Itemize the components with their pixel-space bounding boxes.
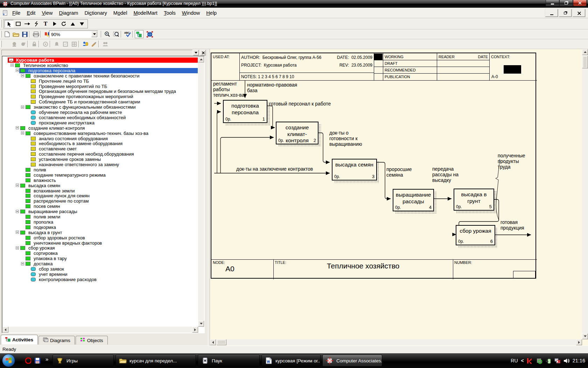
- menu-item-window[interactable]: Window: [179, 9, 203, 17]
- tree-item[interactable]: сортировка: [2, 251, 198, 256]
- toolbar-grip[interactable]: [1, 20, 2, 28]
- tree-expander-minus[interactable]: [16, 184, 19, 187]
- tree-item[interactable]: доставка: [2, 261, 198, 266]
- tree-item[interactable]: создание лунок для семян: [2, 193, 198, 198]
- mdi-minimize-button[interactable]: [545, 9, 558, 17]
- tree-item[interactable]: подготовка персонала: [2, 68, 198, 73]
- language-indicator[interactable]: RU: [511, 358, 518, 363]
- tree-expander-minus[interactable]: [16, 126, 19, 129]
- arrow-label[interactable]: полученные продукты труда: [498, 153, 533, 170]
- close-button[interactable]: [573, 0, 587, 6]
- scroll-thumb[interactable]: [217, 339, 226, 345]
- taskbar-button-3[interactable]: Паук: [198, 355, 260, 367]
- menu-item-file[interactable]: File: [9, 9, 23, 17]
- tree-item[interactable]: сбор заявок: [2, 266, 198, 272]
- tree-item[interactable]: установление сроков замены: [2, 157, 198, 162]
- tree-horizontal-scrollbar[interactable]: [2, 327, 198, 333]
- zoom-in-icon[interactable]: [103, 30, 112, 38]
- tab-objects[interactable]: Objects: [76, 336, 108, 345]
- scroll-down-button[interactable]: [582, 333, 588, 339]
- arrow-tool[interactable]: [23, 20, 32, 28]
- zoom-area-icon[interactable]: [112, 30, 120, 38]
- diagram-horizontal-scrollbar[interactable]: [210, 339, 582, 345]
- scroll-thumb[interactable]: [582, 56, 588, 68]
- text-tool[interactable]: T: [41, 20, 50, 28]
- tree-item[interactable]: Соблюдение ТБ и производственной санитар…: [2, 99, 198, 104]
- menu-item-view[interactable]: View: [38, 9, 56, 17]
- tree-item[interactable]: вспахивание земли: [2, 188, 198, 193]
- tree-expander-minus[interactable]: [21, 131, 24, 135]
- tree-root-item[interactable]: Курсовая работа: [2, 57, 198, 63]
- taskbar-button-2[interactable]: курсач для передел...: [115, 355, 196, 367]
- squiggle-tool[interactable]: [32, 20, 41, 28]
- tree-item[interactable]: посев семян: [2, 204, 198, 209]
- quicklaunch-more-chevron[interactable]: »: [46, 356, 48, 362]
- scroll-down-button[interactable]: [198, 321, 204, 327]
- model-explorer-icon[interactable]: [135, 30, 144, 38]
- tree-expander-minus[interactable]: [21, 105, 24, 109]
- tree-item[interactable]: уничтожение вредных факторов: [2, 240, 198, 246]
- mdi-restore-button[interactable]: [559, 9, 572, 17]
- tray-collapse-chevron[interactable]: <: [521, 358, 524, 363]
- tree-item[interactable]: сбор урожая: [2, 245, 198, 251]
- tree-item[interactable]: высадка семян: [2, 183, 198, 188]
- tree-expander-minus[interactable]: [21, 74, 24, 77]
- new-file-icon[interactable]: [3, 30, 12, 38]
- mdi-close-button[interactable]: [573, 9, 585, 17]
- tree-item[interactable]: учет времени: [2, 272, 198, 277]
- clock[interactable]: 21:16: [573, 358, 585, 363]
- menu-item-help[interactable]: Help: [203, 9, 220, 17]
- tree-item[interactable]: создание температурного режима: [2, 172, 198, 178]
- tree-item[interactable]: составление необходимых обязанностей: [2, 115, 198, 120]
- activity-box-3[interactable]: высадка семян0р.3: [332, 159, 377, 180]
- arrow-label[interactable]: проросшие семяна: [386, 167, 423, 178]
- tree-expander-minus[interactable]: [16, 210, 19, 213]
- spellcheck-icon[interactable]: ABC: [123, 30, 132, 38]
- tree-item[interactable]: совершенствование материально-технич. ба…: [2, 131, 198, 136]
- tree-item[interactable]: Тепличное хозяйство: [2, 63, 198, 68]
- scroll-up-button[interactable]: [582, 49, 588, 55]
- scroll-left-button[interactable]: [210, 339, 216, 345]
- tree-item[interactable]: полив земли: [2, 214, 198, 219]
- print-icon[interactable]: [31, 30, 40, 38]
- menu-item-diagram[interactable]: Diagram: [56, 9, 82, 17]
- tree-item[interactable]: влажность: [2, 178, 198, 183]
- tree-item[interactable]: знакомство с функциональными обязанностя…: [2, 104, 198, 110]
- tree-item[interactable]: составление смет: [2, 146, 198, 151]
- pointer-tool[interactable]: [5, 20, 14, 28]
- taskbar-button-4[interactable]: курсовая [Режим ог...: [261, 355, 321, 367]
- tree-item[interactable]: Прочтение леций по ТБ: [2, 79, 198, 84]
- tree-item[interactable]: Проведение мероприятий по ТБ: [2, 84, 198, 89]
- tree-item[interactable]: прополка: [2, 219, 198, 225]
- taskbar-button-1[interactable]: Игры: [52, 355, 114, 367]
- tree-expander-minus[interactable]: [16, 231, 19, 234]
- tree-item[interactable]: обучение персонала на рабочем месте: [2, 110, 198, 115]
- tree-item[interactable]: контролирование расходов: [2, 277, 198, 282]
- go-down-level-tool[interactable]: [77, 20, 86, 28]
- arrow-label[interactable]: нормативно-правовая база: [247, 82, 308, 94]
- menu-item-dictionary[interactable]: Dictionary: [81, 9, 110, 17]
- tree-item[interactable]: анализ состояния оборудования: [2, 136, 198, 141]
- taskbar-button-5[interactable]: Computer Associates...: [322, 355, 382, 367]
- tab-diagrams[interactable]: Diagrams: [38, 336, 75, 345]
- tree-item[interactable]: полив: [2, 167, 198, 172]
- arrow-label[interactable]: док-ты о готовности к выращиванию: [329, 130, 370, 147]
- activity-box-1[interactable]: подготовка персонала0р.1: [223, 100, 267, 123]
- activity-box-4[interactable]: выращивание рассады0р.4: [393, 189, 434, 211]
- menu-item-modelmart[interactable]: ModelMart: [130, 9, 161, 17]
- save-quicklaunch-icon[interactable]: [34, 357, 40, 363]
- tree-item[interactable]: отбор здоровых ростков: [2, 235, 198, 240]
- tree-item[interactable]: составление перечня необход.оборудования: [2, 151, 198, 157]
- explorer-close-button[interactable]: [200, 50, 206, 55]
- tree-item[interactable]: Организация обучения передовым и безопас…: [2, 89, 198, 94]
- tree-item[interactable]: необходимость в замене оборудования: [2, 141, 198, 146]
- menu-item-tools[interactable]: Tools: [161, 9, 179, 17]
- tree-vertical-scrollbar[interactable]: [198, 56, 204, 327]
- zoom-dropdown-button[interactable]: [91, 31, 97, 37]
- activity-box-tool[interactable]: [14, 20, 23, 28]
- arrow-label[interactable]: готовый персонал к работе: [269, 101, 343, 107]
- web-publish-icon[interactable]: [145, 30, 154, 38]
- tree-item[interactable]: выращивание рассады: [2, 209, 198, 214]
- volume-tray-icon[interactable]: [564, 358, 569, 364]
- network-disconnected-tray-icon[interactable]: [554, 358, 560, 364]
